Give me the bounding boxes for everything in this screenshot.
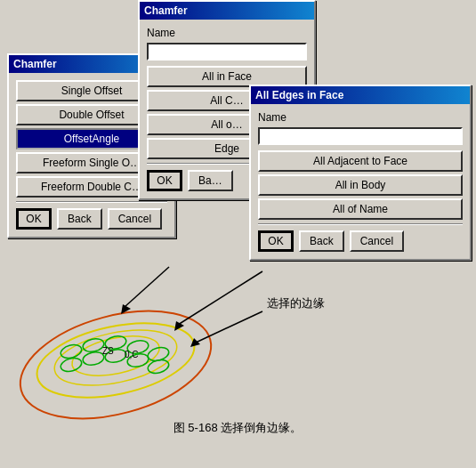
dialog2-ok-button[interactable]: OK bbox=[147, 170, 182, 191]
svg-point-9 bbox=[60, 356, 84, 374]
dialog3-cancel-button[interactable]: Cancel bbox=[350, 230, 404, 252]
dialog2-titlebar: Chamfer bbox=[140, 2, 314, 20]
dialog2-title: Chamfer bbox=[144, 4, 188, 17]
dialog3-title: All Edges in Face bbox=[255, 89, 343, 101]
svg-text:ZS: ZS bbox=[102, 346, 114, 356]
dialog3-btn-adjacent[interactable]: All Adjacent to Face bbox=[258, 150, 463, 172]
dialog3-name-input[interactable] bbox=[258, 127, 463, 145]
dialog3-titlebar: All Edges in Face bbox=[251, 86, 470, 104]
svg-line-20 bbox=[196, 311, 262, 343]
dialog1-button-row: OK Back Cancel bbox=[16, 208, 167, 230]
annotation-area: ZS 0,C 选择的边缘 图 5-168 选择倒角边缘。 bbox=[0, 258, 476, 468]
svg-point-3 bbox=[69, 329, 163, 383]
dialog2-back-button[interactable]: Ba… bbox=[188, 170, 233, 191]
dialog3-ok-button[interactable]: OK bbox=[258, 230, 294, 252]
svg-text:0,C: 0,C bbox=[125, 350, 139, 359]
dialog1-back-button[interactable]: Back bbox=[57, 208, 102, 230]
dialog1-cancel-button[interactable]: Cancel bbox=[108, 208, 162, 230]
dialog3-back-button[interactable]: Back bbox=[299, 230, 344, 252]
shape-svg: ZS 0,C 选择的边缘 图 5-168 选择倒角边缘。 bbox=[0, 258, 476, 445]
dialog3-btn-all-name[interactable]: All of Name bbox=[258, 198, 463, 220]
dialog3-btn-all-body[interactable]: All in Body bbox=[258, 174, 463, 196]
annotation-text: 选择的边缘 bbox=[267, 296, 325, 310]
svg-line-16 bbox=[125, 267, 169, 307]
all-edges-dialog: All Edges in Face Name All Adjacent to F… bbox=[249, 85, 472, 261]
dialog3-button-row: OK Back Cancel bbox=[258, 230, 463, 252]
dialog2-name-input[interactable] bbox=[147, 43, 307, 61]
caption-text: 图 5-168 选择倒角边缘。 bbox=[173, 421, 302, 434]
dialog1-ok-button[interactable]: OK bbox=[16, 208, 52, 230]
dialog3-name-label: Name bbox=[258, 111, 463, 124]
dialog2-name-label: Name bbox=[147, 27, 307, 39]
svg-point-0 bbox=[9, 292, 223, 437]
dialog1-title: Chamfer bbox=[13, 58, 57, 70]
